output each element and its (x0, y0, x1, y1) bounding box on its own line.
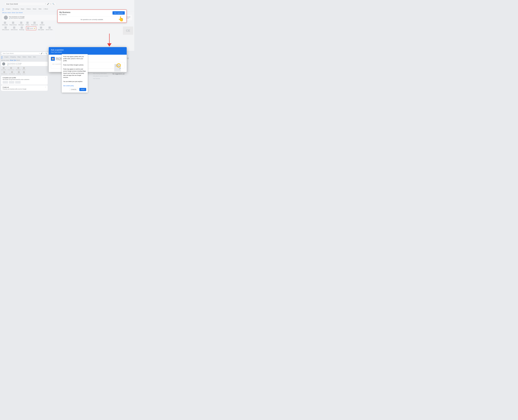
bottom-mic-icon[interactable]: 🎤 (41, 53, 42, 54)
close-icon[interactable]: × (45, 3, 46, 5)
did-you-mean-bottom: Did you mean: Shree Tyre World (1, 60, 48, 61)
performance-btn[interactable]: Performance (31, 22, 38, 25)
tab-videos[interactable]: Videos (26, 8, 31, 10)
bookings-btn[interactable]: Bookings (19, 27, 24, 30)
bottom-tab-news[interactable]: News (28, 56, 31, 58)
read-reviews-bottom[interactable]: Read reviews (8, 67, 14, 70)
edit-profile-btn[interactable]: Edit profile (2, 22, 8, 25)
tooltip-buttons: CANCEL POST (63, 88, 86, 91)
red-arrow-down (107, 34, 112, 46)
popup-business-address: My Address (59, 14, 70, 15)
tooltip-line3: Posts may appear on and be used across G… (63, 68, 86, 78)
bottom-tab-videos[interactable]: Videos (23, 56, 26, 58)
avatar (4, 15, 8, 20)
tab-shopping[interactable]: Shopping (13, 8, 19, 10)
post-button[interactable]: POST (79, 88, 86, 91)
add-website-row[interactable]: Add website (92, 77, 133, 80)
messages-bottom[interactable]: Messages (16, 67, 21, 70)
ce-badge: CE (123, 27, 133, 35)
edit-services-btn[interactable]: Edit services (11, 27, 18, 30)
read-reviews-btn[interactable]: Read reviews (9, 22, 17, 25)
edit-products-btn[interactable]: Edit products (2, 27, 9, 30)
bottom-search-icon[interactable]: 🔍 (45, 53, 47, 54)
search-icon[interactable]: 🔍 (52, 3, 54, 5)
photos-bottom[interactable]: Photos (22, 67, 26, 70)
search-text-top: Sree Tyres World (6, 3, 45, 5)
bottom-close-icon[interactable]: × (39, 53, 40, 54)
no-questions-text: No questions are currently available. (58, 16, 127, 22)
tab-news[interactable]: News (33, 8, 36, 10)
no-suggestions-area: No suggestions yet (113, 63, 125, 75)
ask-dialog: Ask a question Sree Tyres World 🏠 Sree T… (49, 47, 127, 72)
see-content-policy-link[interactable]: See content policy (63, 85, 74, 87)
create-ad-more-icon[interactable]: ⋮ (45, 86, 46, 88)
search-bar-top[interactable]: Sree Tyres World × 🎤 ⊙ 🔍 (4, 2, 56, 6)
popup-top: My Business My Address Ask a question No… (57, 9, 127, 23)
bottom-tab-web[interactable]: Web (33, 56, 36, 58)
no-suggestions-text: No suggestions yet (113, 73, 125, 75)
business-card-bottom: Your business on Google 📊 199 customer i… (1, 62, 48, 66)
ask-question-button[interactable]: Ask a question (113, 11, 125, 15)
ask-dialog-header: Ask a question Sree Tyres World (49, 47, 127, 55)
tab-images[interactable]: Images (6, 8, 10, 10)
photos-btn[interactable]: Photos (26, 22, 29, 25)
edit-profile-bottom[interactable]: Edit profile (1, 67, 6, 70)
bottom-tab-images[interactable]: Images (4, 56, 8, 58)
ask-review-btn[interactable]: Ask for revie... (46, 27, 53, 30)
biz-logo-small: 🏠 (51, 57, 55, 61)
bottom-tab-shopping[interactable]: Shopping (10, 56, 16, 58)
bg-search-top: Sree Tyres World × 🎤 ⊙ 🔍 All Images Shop… (0, 0, 134, 51)
add-phone-row[interactable]: Add place's phone number (92, 75, 133, 77)
search-bar-bottom[interactable]: Sree Tyres World × 🎤 ⊙ 🔍 (1, 52, 49, 55)
tab-web[interactable]: Web (38, 8, 41, 10)
ask-dialog-title: Ask a question (51, 49, 125, 51)
bottom-lens-icon[interactable]: ⊙ (43, 53, 45, 54)
action-icons-bottom-row2: Edit products Edit services Bookings Q &… (1, 71, 48, 75)
ask-dialog-subtitle: Sree Tyres World (51, 51, 125, 53)
popup-top-header: My Business My Address Ask a question (58, 10, 127, 16)
tooltip-line4: You can delete your post anytime. (63, 81, 86, 82)
bottom-tab-all[interactable]: All (1, 56, 2, 58)
tab-maps[interactable]: Maps (21, 8, 24, 10)
cancel-button[interactable]: CANCEL (69, 88, 78, 91)
tab-all[interactable]: All (2, 8, 4, 10)
bottom-left-area: Sree Tyres World × 🎤 ⊙ 🔍 All Images Shop… (0, 51, 49, 105)
advertise-btn[interactable]: Advertise (40, 22, 45, 25)
action-icons-row2: Edit products Edit services Bookings Q &… (0, 26, 134, 31)
mic-icon[interactable]: 🎤 (47, 3, 49, 5)
hand-cursor-icon: 👆 (118, 16, 125, 22)
business-info: Your business on Google 📊 199 customer i… (9, 16, 25, 19)
bookings-bottom[interactable]: Bookings (16, 71, 21, 75)
tooltip-popup: Posts may appear publicly with your prof… (62, 54, 88, 93)
tooltip-line2: Posts must follow Google's policies. (63, 64, 86, 66)
create-ad-card: Create ad Promote your business with an … (1, 85, 48, 91)
ask-dialog-body: 🏠 Sree Tyres World Posting publicly acro… (49, 55, 127, 72)
edit-products-bottom[interactable]: Edit products (1, 71, 7, 75)
qna-bottom[interactable]: Q & A (23, 71, 25, 75)
bottom-tab-maps[interactable]: Maps (17, 56, 21, 58)
tab-more[interactable]: 1 More (44, 8, 48, 10)
add-update-btn[interactable]: Add update (38, 27, 44, 30)
action-icons-bottom-row1: Edit profile Read reviews Messages Photo… (1, 67, 48, 71)
lens-icon[interactable]: ⊙ (50, 3, 52, 5)
popup-business-name: My Business (59, 11, 70, 14)
messages-btn[interactable]: Messages (19, 22, 24, 25)
edit-services-bottom[interactable]: Edit services (9, 71, 15, 75)
qna-btn[interactable]: Q & A 👆 (26, 26, 36, 30)
no-suggestions-illustration (114, 63, 123, 72)
tooltip-line1: Posts may appear publicly with your prof… (63, 56, 86, 62)
complete-profile-card: Complete your profile Add details and ge… (1, 76, 48, 85)
avatar-bottom (2, 62, 5, 65)
more-options-icon[interactable]: ⋮ (45, 77, 46, 78)
